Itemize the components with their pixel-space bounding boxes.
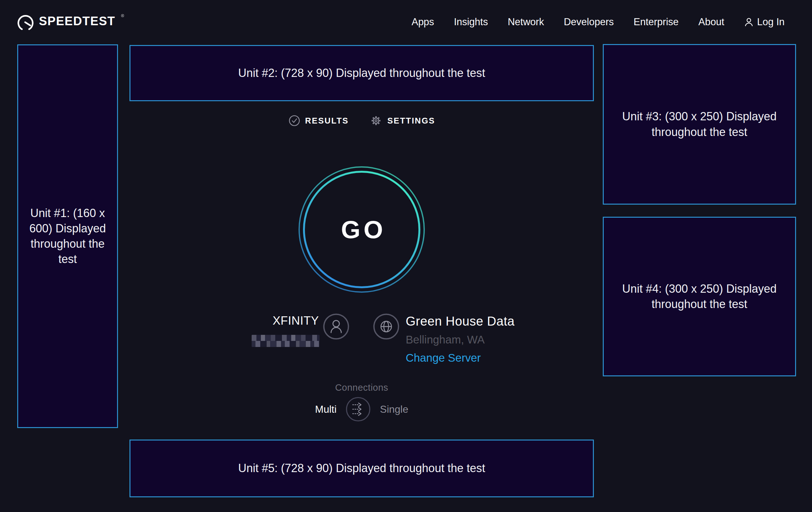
nav-item-about[interactable]: About xyxy=(698,16,724,28)
user-icon xyxy=(744,17,754,27)
gauge-icon xyxy=(17,15,34,31)
logo[interactable]: SPEEDTEST ® xyxy=(17,13,124,31)
isp-name: XFINITY xyxy=(204,314,319,327)
logo-trademark: ® xyxy=(121,13,124,19)
ad-unit-4[interactable]: Unit #4: (300 x 250) Displayed throughou… xyxy=(603,217,796,376)
main-nav: Apps Insights Network Developers Enterpr… xyxy=(411,16,785,28)
tab-settings[interactable]: SETTINGS xyxy=(370,114,435,127)
go-button[interactable]: GO xyxy=(298,166,426,293)
connections-heading: Connections xyxy=(129,382,594,393)
nav-item-enterprise[interactable]: Enterprise xyxy=(633,16,678,28)
ad-unit-5[interactable]: Unit #5: (728 x 90) Displayed throughout… xyxy=(129,439,594,497)
ad-unit-3[interactable]: Unit #3: (300 x 250) Displayed throughou… xyxy=(603,44,796,205)
tab-results[interactable]: RESULTS xyxy=(288,115,349,127)
change-server-link[interactable]: Change Server xyxy=(406,351,515,364)
server-info: Green House Data Bellingham, WA Change S… xyxy=(406,314,515,364)
tab-bar: RESULTS xyxy=(129,114,594,127)
nav-item-insights[interactable]: Insights xyxy=(454,16,488,28)
connections-single-option[interactable]: Single xyxy=(380,403,408,415)
header: SPEEDTEST ® Apps Insights Network Develo… xyxy=(0,0,812,44)
login-label: Log In xyxy=(757,16,785,28)
server-location: Bellingham, WA xyxy=(406,333,515,346)
tab-settings-label: SETTINGS xyxy=(387,116,435,126)
multi-connection-toggle-icon[interactable] xyxy=(345,397,371,422)
nav-item-developers[interactable]: Developers xyxy=(564,16,614,28)
ad-unit-1[interactable]: Unit #1: (160 x 600) Displayed throughou… xyxy=(17,44,118,428)
nav-item-apps[interactable]: Apps xyxy=(411,16,434,28)
ad-unit-2[interactable]: Unit #2: (728 x 90) Displayed throughout… xyxy=(129,45,594,101)
server-globe-icon xyxy=(373,313,400,340)
logo-text: SPEEDTEST xyxy=(39,13,115,29)
login-button[interactable]: Log In xyxy=(744,16,785,28)
ip-address-redacted xyxy=(252,335,320,347)
go-label: GO xyxy=(298,166,426,293)
ad-unit-2-label: Unit #2: (728 x 90) Displayed throughout… xyxy=(230,65,493,81)
tab-results-label: RESULTS xyxy=(305,116,349,126)
ad-unit-1-label: Unit #1: (160 x 600) Displayed throughou… xyxy=(18,206,117,267)
gear-icon xyxy=(370,114,382,127)
check-circle-icon xyxy=(288,115,300,127)
nav-item-network[interactable]: Network xyxy=(508,16,544,28)
connections-row: Multi Single xyxy=(129,397,594,422)
ad-unit-5-label: Unit #5: (728 x 90) Displayed throughout… xyxy=(230,461,493,476)
speedtest-page: SPEEDTEST ® Apps Insights Network Develo… xyxy=(0,0,812,512)
connections-multi-option[interactable]: Multi xyxy=(315,403,337,415)
ad-unit-4-label: Unit #4: (300 x 250) Displayed throughou… xyxy=(604,281,795,312)
ad-unit-3-label: Unit #3: (300 x 250) Displayed throughou… xyxy=(604,109,795,139)
server-name: Green House Data xyxy=(406,314,515,328)
isp-user-circle-icon xyxy=(323,313,350,340)
